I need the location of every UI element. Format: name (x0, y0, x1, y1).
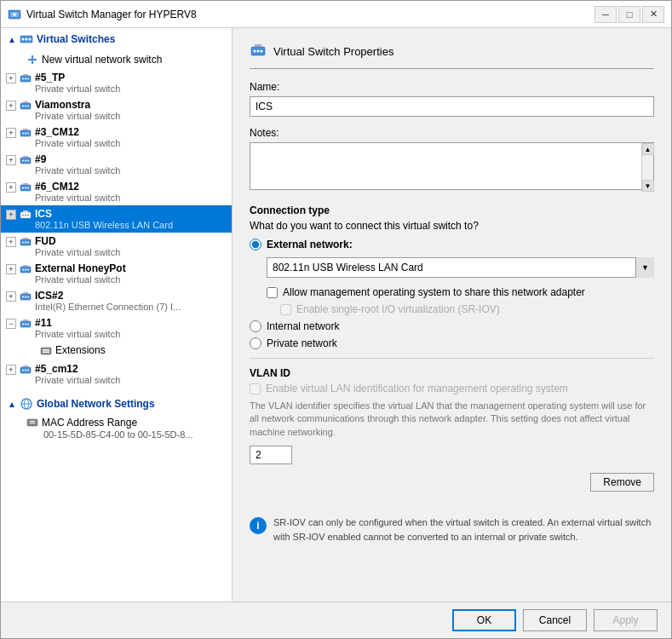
sub-cm6: Private virtual switch (35, 193, 120, 203)
tree-item-n11[interactable]: − #11 Private virtual switch (1, 314, 232, 342)
virtual-switches-header[interactable]: ▲ Virtual Switches (1, 28, 232, 50)
ok-button[interactable]: OK (452, 609, 516, 631)
sub-ics: 802.11n USB Wireless LAN Card (35, 220, 173, 230)
adapter-dropdown[interactable]: 802.11n USB Wireless LAN Card (267, 257, 654, 278)
svg-point-25 (22, 160, 24, 162)
expand-cm6[interactable]: + (6, 182, 16, 193)
scrollbar-down-arrow[interactable]: ▼ (642, 180, 654, 192)
svg-point-22 (27, 133, 29, 135)
svg-rect-58 (23, 320, 28, 321)
svg-point-51 (25, 296, 26, 298)
switch-icon-cm3 (19, 126, 32, 140)
sub-ics2: Intel(R) Ethernet Connection (7) I... (35, 302, 181, 312)
svg-point-47 (27, 269, 29, 271)
tree-item-fud[interactable]: + FUD Private virtual switch (1, 233, 232, 260)
tree-item-ics[interactable]: + ICS 802.11n USB Wireless LAN Card (1, 205, 232, 233)
notes-input[interactable] (250, 142, 654, 190)
new-switch-item[interactable]: New virtual network switch (1, 50, 232, 69)
expand-cm3[interactable]: + (6, 128, 16, 138)
internal-network-option[interactable]: Internal network (250, 320, 654, 332)
expand-cm5[interactable]: + (6, 365, 16, 375)
external-network-option[interactable]: External network: (250, 239, 654, 250)
label-tp5: #5_TP (35, 72, 120, 83)
svg-point-17 (27, 106, 29, 107)
notes-label: Notes: (250, 127, 654, 139)
allow-management-row[interactable]: Allow management operating system to sha… (267, 286, 654, 298)
label-cm6: #6_CM12 (35, 181, 120, 193)
svg-rect-38 (23, 210, 28, 212)
switch-icon-cm5 (19, 363, 32, 377)
sub-cm3: Private virtual switch (35, 138, 120, 148)
expand-tp5[interactable]: + (6, 73, 16, 83)
label-n11: #11 (35, 317, 120, 329)
tree-item-ics2[interactable]: + ICS#2 Intel(R) Ethernet Connection (7)… (1, 287, 232, 314)
tree-item-n9[interactable]: + #9 Private virtual switch (1, 151, 232, 178)
allow-management-label: Allow management operating system to sha… (283, 286, 585, 298)
svg-point-21 (25, 133, 26, 135)
svg-point-74 (254, 50, 256, 53)
svg-point-42 (27, 242, 29, 244)
new-switch-icon (26, 54, 38, 66)
external-network-radio[interactable] (250, 239, 261, 250)
tree-item-viamonstra[interactable]: + Viamonstra Private virtual switch (1, 96, 232, 124)
svg-point-52 (27, 296, 29, 298)
tree-item-honeypot[interactable]: + External HoneyPot Private virtual swit… (1, 260, 232, 287)
svg-rect-13 (23, 74, 28, 76)
expand-n11[interactable]: − (6, 319, 16, 329)
tree-item-cm3[interactable]: + #3_CM12 Private virtual switch (1, 124, 232, 151)
private-network-option[interactable]: Private network (250, 337, 654, 349)
mac-address-item[interactable]: MAC Address Range 00-15-5D-85-C4-00 to 0… (1, 415, 232, 441)
expand-ics2[interactable]: + (6, 291, 16, 302)
expand-viamonstra[interactable]: + (6, 101, 16, 111)
svg-point-15 (22, 106, 24, 107)
svg-point-30 (22, 187, 24, 189)
tree-item-cm5[interactable]: + #5_cm12 Private virtual switch (1, 360, 232, 388)
expand-fud[interactable]: + (6, 237, 16, 247)
svg-rect-77 (255, 44, 261, 47)
name-input[interactable] (250, 96, 654, 117)
vlan-checkbox (250, 383, 261, 394)
svg-point-12 (27, 78, 29, 80)
switch-icon-tp5 (19, 72, 32, 85)
expand-honeypot[interactable]: + (6, 264, 16, 274)
global-settings-header[interactable]: ▲ Global Network Settings (1, 393, 232, 415)
svg-point-46 (25, 269, 26, 271)
props-header-icon (250, 42, 267, 59)
svg-point-35 (22, 215, 24, 216)
minimize-button[interactable]: ─ (594, 6, 617, 23)
svg-point-11 (25, 78, 26, 80)
svg-point-36 (25, 215, 26, 216)
close-button[interactable]: ✕ (642, 6, 664, 23)
info-text: SR-IOV can only be configured when the v… (273, 515, 654, 544)
svg-point-50 (22, 296, 24, 298)
svg-rect-61 (43, 352, 49, 354)
vlan-divider (250, 358, 654, 359)
svg-rect-66 (23, 366, 28, 367)
tree-item-tp5[interactable]: + #5_TP Private virtual switch (1, 69, 232, 96)
apply-button[interactable]: Apply (594, 609, 658, 631)
svg-point-37 (27, 215, 29, 216)
scrollbar-up-arrow[interactable]: ▲ (642, 143, 654, 155)
allow-management-checkbox[interactable] (267, 287, 278, 298)
label-cm3: #3_CM12 (35, 126, 120, 138)
svg-point-4 (21, 38, 24, 41)
switch-icon-honeypot (19, 262, 32, 276)
virtual-switches-icon (20, 32, 33, 46)
cancel-button[interactable]: Cancel (523, 609, 587, 631)
remove-button[interactable]: Remove (590, 473, 654, 492)
notes-wrapper: ▲ ▼ (250, 142, 654, 193)
tree-item-cm6[interactable]: + #6_CM12 Private virtual switch (1, 178, 232, 205)
expand-n9[interactable]: + (6, 155, 16, 165)
connection-type-title: Connection type (250, 204, 654, 216)
info-box: i SR-IOV can only be configured when the… (250, 509, 654, 550)
vlan-input[interactable] (250, 446, 292, 464)
tree-item-extensions[interactable]: Extensions (1, 342, 232, 360)
switch-icon-n11 (19, 317, 32, 331)
vlan-section: VLAN ID Enable virtual LAN identificatio… (250, 367, 654, 464)
internal-network-radio[interactable] (250, 320, 261, 332)
private-network-radio[interactable] (250, 337, 261, 349)
restore-button[interactable]: □ (618, 6, 640, 23)
label-fud: FUD (35, 235, 120, 247)
expand-ics[interactable]: + (6, 210, 16, 220)
notes-scrollbar[interactable]: ▲ ▼ (641, 143, 653, 192)
